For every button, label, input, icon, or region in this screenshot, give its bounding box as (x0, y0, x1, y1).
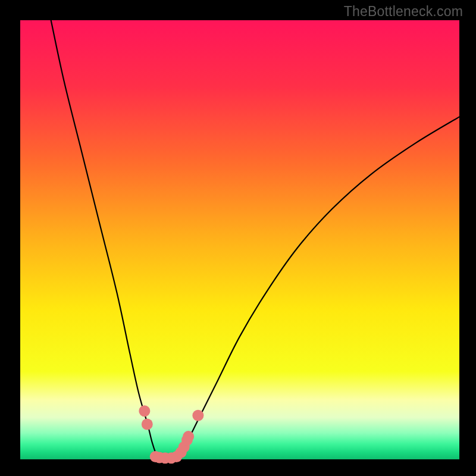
chart-frame: TheBottleneck.com (0, 0, 476, 476)
marker-dot (139, 405, 150, 416)
marker-dot (183, 431, 194, 442)
plot-background (20, 20, 459, 459)
chart-svg (0, 0, 476, 476)
marker-dot (192, 410, 203, 421)
watermark-text: TheBottleneck.com (344, 4, 463, 20)
marker-dot (142, 418, 153, 430)
